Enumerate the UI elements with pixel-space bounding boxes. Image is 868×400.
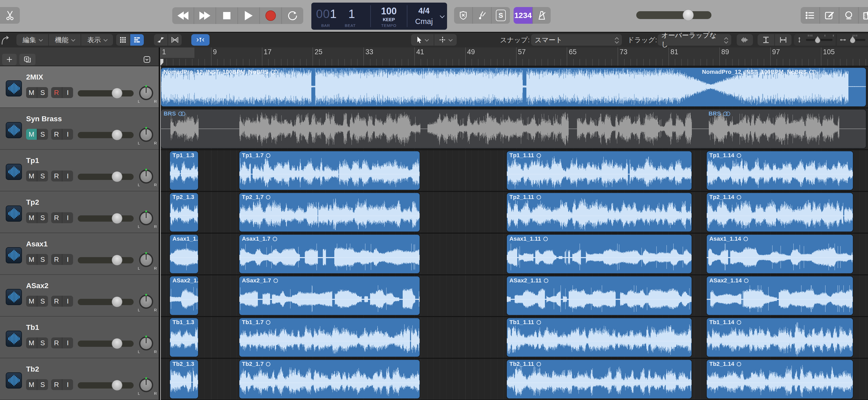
region-NomadPro_12_INST_100BPM_NoBRS[interactable]: NomadPro_12_INST_100BPM_NoBRSNomadPro_12… (161, 68, 866, 106)
pan-knob[interactable] (139, 169, 153, 184)
volume-slider[interactable] (78, 299, 134, 305)
region-Tp2_1.11[interactable]: Tp2_1.11 (507, 193, 691, 232)
volume-slider-thumb[interactable] (112, 380, 122, 391)
region-Tp2_1.14[interactable]: Tp2_1.14 (707, 193, 853, 232)
region-Tb2_1.14[interactable]: Tb2_1.14 (707, 360, 853, 398)
pan-knob[interactable] (139, 128, 153, 142)
region-Tb2_1.11[interactable]: Tb2_1.11 (507, 360, 691, 398)
region-Tp1_1.3[interactable]: Tp1_1.3 (170, 151, 198, 190)
pan-knob[interactable] (139, 86, 153, 100)
region-Asax1_1.14[interactable]: Asax1_1.14 (707, 235, 853, 273)
flex-button[interactable] (167, 34, 182, 46)
menu-view[interactable]: 表示 (81, 34, 113, 46)
volume-slider-thumb[interactable] (112, 171, 122, 182)
solo-button[interactable]: S (37, 379, 48, 390)
menu-edit[interactable]: 編集 (17, 34, 48, 46)
snap-dropdown[interactable]: スマート (531, 34, 622, 46)
solo-button[interactable]: S (37, 296, 48, 307)
pan-knob[interactable] (139, 295, 153, 309)
record-enable-button[interactable]: R (51, 337, 62, 348)
drag-dropdown[interactable]: オーバーラップなし (658, 34, 731, 46)
menu-functions[interactable]: 機能 (48, 34, 81, 46)
play-button[interactable] (238, 7, 259, 24)
record-enable-button[interactable]: R (51, 170, 62, 181)
media-browser-button[interactable] (858, 7, 868, 24)
back-arrow-icon[interactable] (1, 35, 9, 46)
region-Tp1_1.14[interactable]: Tp1_1.14 (707, 151, 853, 190)
volume-slider[interactable] (78, 132, 134, 138)
rewind-button[interactable] (172, 7, 194, 24)
volume-slider[interactable] (78, 90, 134, 97)
mute-button[interactable]: M (26, 170, 37, 181)
mute-button[interactable]: M (26, 87, 37, 98)
track-header-tb2[interactable]: Tb2MSRILR (0, 358, 159, 400)
volume-slider-thumb[interactable] (112, 213, 122, 224)
solo-button[interactable]: S (491, 7, 510, 24)
record-enable-button[interactable]: R (51, 254, 62, 265)
track-header-tb1[interactable]: Tb1MSRILR (0, 316, 159, 358)
volume-slider-thumb[interactable] (112, 255, 122, 265)
mute-button[interactable]: M (26, 379, 37, 390)
region-Asax1_1.11[interactable]: Asax1_1.11 (507, 235, 691, 273)
volume-slider-thumb[interactable] (112, 297, 122, 307)
metronome-button[interactable] (532, 7, 551, 24)
horizontal-zoom-slider[interactable] (837, 34, 868, 46)
mute-button[interactable]: M (26, 296, 37, 307)
region-Tb1_1.11[interactable]: Tb1_1.11 (507, 318, 691, 357)
notepad-button[interactable] (819, 7, 839, 24)
solo-button[interactable]: S (37, 87, 48, 98)
input-monitor-button[interactable]: I (62, 337, 73, 348)
volume-slider-thumb[interactable] (112, 130, 122, 140)
region-Tb1_1.14[interactable]: Tb1_1.14 (707, 318, 853, 357)
region-Tp1_1.7[interactable]: Tp1_1.7 (239, 151, 420, 190)
replace-button[interactable] (454, 7, 472, 24)
input-monitor-button[interactable]: I (62, 87, 73, 98)
input-monitor-button[interactable]: I (62, 254, 73, 265)
master-volume-slider[interactable] (636, 11, 711, 19)
record-button[interactable] (259, 7, 281, 24)
stop-button[interactable] (216, 7, 238, 24)
track-header-tp1[interactable]: Tp1MSRILR (0, 150, 159, 191)
master-volume-thumb[interactable] (683, 9, 694, 21)
solo-button[interactable]: S (37, 337, 48, 348)
region-Asax1_1.7[interactable]: Asax1_1.7 (239, 235, 420, 273)
duplicate-track-button[interactable] (19, 54, 35, 65)
solo-button[interactable]: S (37, 212, 48, 223)
mute-button[interactable]: M (26, 129, 37, 140)
record-enable-button[interactable]: R (51, 129, 62, 140)
input-monitor-button[interactable]: I (62, 212, 73, 223)
horizontal-zoom-thumb[interactable] (850, 36, 856, 44)
tuner-button[interactable] (472, 7, 491, 24)
volume-slider-thumb[interactable] (112, 338, 122, 349)
pan-knob[interactable] (139, 211, 153, 225)
add-track-button[interactable] (2, 54, 17, 65)
track-header-tp2[interactable]: Tp2MSRILR (0, 191, 159, 233)
grid-view-button[interactable] (116, 34, 130, 46)
fast-forward-button[interactable] (194, 7, 216, 24)
cycle-button[interactable] (281, 7, 303, 24)
volume-slider[interactable] (78, 340, 134, 347)
pan-knob[interactable] (139, 378, 153, 392)
volume-slider[interactable] (78, 215, 134, 222)
volume-slider-thumb[interactable] (112, 88, 122, 99)
mute-button[interactable]: M (26, 337, 37, 348)
track-header-asax2[interactable]: ASax2MSRILR (0, 275, 159, 316)
region-ASax2_1.11[interactable]: ASax2_1.11 (507, 276, 691, 315)
volume-slider[interactable] (78, 382, 134, 389)
lcd-mode-chevron[interactable] (440, 3, 447, 30)
input-monitor-button[interactable]: I (62, 379, 73, 390)
region-ASax2_1.7[interactable]: ASax2_1.7 (239, 276, 420, 315)
track-header-config-button[interactable] (139, 54, 155, 65)
region-BRS[interactable]: BRSBRS (161, 109, 866, 148)
editors-list-button[interactable] (801, 7, 819, 24)
region-Asax1_1.[interactable]: Asax1_1. (170, 235, 198, 273)
waveform-zoom-button[interactable] (737, 34, 753, 46)
input-monitor-button[interactable]: I (62, 296, 73, 307)
record-enable-button[interactable]: R (51, 212, 62, 223)
mute-button[interactable]: M (26, 212, 37, 223)
loops-browser-button[interactable] (839, 7, 858, 24)
region-Tb1_1.3[interactable]: Tb1_1.3 (170, 318, 198, 357)
volume-slider[interactable] (78, 257, 134, 263)
crosshair-tool-button[interactable] (434, 34, 457, 46)
volume-slider[interactable] (78, 174, 134, 180)
